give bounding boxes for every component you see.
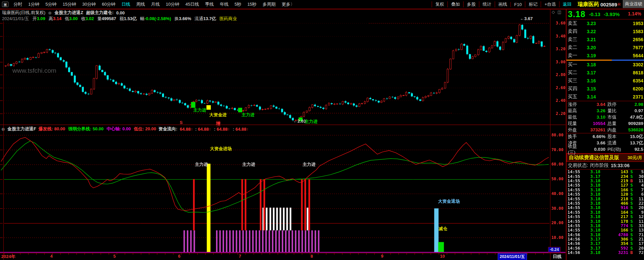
ask-row[interactable]: 卖五3.231953 (567, 19, 644, 27)
bid-ask-ratio-bar (567, 60, 644, 61)
trade-row[interactable]: 14:553.18217S12 (567, 214, 644, 219)
diamond-icon[interactable]: ◇ (552, 10, 555, 14)
menu-item-6[interactable]: 日线 (118, 1, 133, 7)
menu-item-9[interactable]: 10分钟 (163, 1, 182, 7)
period-indicator[interactable]: 日线 (553, 254, 561, 260)
chart-annotation: 大资金进 (209, 112, 227, 118)
indicator-chart[interactable] (0, 134, 566, 253)
subscribe-price: 30元/月 (628, 155, 642, 161)
menu-item-1[interactable]: 1分钟 (25, 1, 42, 7)
trade-row[interactable]: 14:563.184780S71 (567, 232, 644, 237)
indicator-title[interactable]: 金股主力进退F (7, 126, 36, 132)
tool-item-6[interactable]: 标记 (525, 1, 541, 7)
ask-row[interactable]: 卖四3.221583 (567, 27, 644, 36)
menu-item-5[interactable]: 60分钟 (99, 1, 118, 7)
trade-row[interactable]: 14:553.17234S30 (567, 174, 644, 178)
trade-row[interactable]: 14:553.18218S11 (567, 196, 644, 201)
main-price-chart[interactable] (0, 21, 566, 125)
tool-item-8[interactable]: 返回 (559, 1, 575, 7)
tool-item-0[interactable]: 复权 (432, 1, 447, 7)
flow-label: 资金流向: (159, 126, 177, 132)
bid-row[interactable]: 买一3.183302 (567, 61, 644, 69)
trade-row[interactable]: 14:553.18164S9 (567, 210, 644, 214)
tool-item-3[interactable]: 统计 (479, 1, 495, 7)
stat-label: 换手 (568, 134, 583, 140)
menu-item-4[interactable]: 30分钟 (79, 1, 99, 7)
menu-item-10[interactable]: 45日线 (182, 1, 202, 7)
menu-item-15[interactable]: 多周期 (260, 1, 279, 7)
tick-trade-list[interactable]: 14:553.18143S514:553.17234S3014:553.1821… (567, 170, 644, 255)
stats-block-1: 涨停3.64跌停2.98最高3.26量比0.97最低3.10市值47.8亿现量1… (567, 101, 644, 133)
menu-item-3[interactable]: 15分钟 (60, 1, 79, 7)
axis-tick (358, 253, 359, 255)
trade-row[interactable]: 14:563.17354S17 (567, 241, 644, 246)
trade-row[interactable]: 14:553.18466S22 (567, 201, 644, 205)
tool-item-5[interactable]: F10 (511, 2, 525, 7)
collapse-icon[interactable]: ⊗ (48, 10, 52, 15)
trade-row[interactable]: 14:563.17306S21 (567, 237, 644, 241)
watermark: www.tsfchi.com (12, 67, 56, 74)
trade-row[interactable]: 14:563.17592S20 (567, 246, 644, 250)
window-icon[interactable]: ▣ (2, 2, 8, 7)
sector-button[interactable]: 商业连锁 (623, 0, 644, 8)
tool-item-7[interactable]: +自选 (541, 1, 559, 7)
tool-item-2[interactable]: 多股 (463, 1, 479, 7)
quote-field-开: 开3.09 (33, 16, 45, 22)
axis-tick (44, 253, 45, 255)
tool-item-4[interactable]: 画线 (495, 1, 511, 7)
tool-item-1[interactable]: 叠加 (447, 1, 463, 7)
stat-label: 量比 (607, 108, 623, 114)
stat-label: 跌停 (607, 102, 623, 108)
axis-tick (197, 253, 198, 255)
axis-tick (527, 253, 528, 255)
menu-item-0[interactable]: 分时 (10, 1, 25, 7)
bid-row[interactable]: 买三3.166354 (567, 77, 644, 85)
axis-tick (479, 253, 479, 255)
stat-value: 909289 (623, 121, 643, 126)
menubar-stock-name: 瑞康医药 (578, 1, 599, 8)
trade-row[interactable]: 14:553.18166S7 (567, 188, 644, 192)
menu-item-12[interactable]: 年线 (217, 1, 231, 7)
axis-tick (262, 253, 262, 255)
subscribe-banner[interactable]: 自动续费通达信普及版 30元/月 (567, 153, 644, 162)
menu-item-13[interactable]: 5秒 (231, 1, 244, 7)
ask-row[interactable]: 卖二3.207677 (567, 44, 644, 52)
trade-row[interactable]: 14:553.18219B11 (567, 179, 644, 183)
bid-label: 买三 (568, 78, 581, 84)
axis-tick (4, 253, 4, 255)
indicator-name[interactable]: 金股主力进退Z (54, 10, 83, 16)
tool-menu: 复权叠加多股统计画线F10标记+自选返回 (432, 1, 575, 7)
stat-row: 涨停3.64跌停2.98 (567, 101, 644, 108)
menu-item-7[interactable]: 周线 (133, 1, 148, 7)
menu-item-2[interactable]: 5分钟 (43, 1, 60, 7)
stat-label: 涨停 (568, 102, 583, 108)
trade-row[interactable]: 14:563.183231B72 (567, 250, 644, 255)
menu-item-8[interactable]: 月线 (148, 1, 163, 7)
trade-row[interactable]: 14:553.18916S20 (567, 205, 644, 210)
indicator-param-0: 爆发线: 80.00 (39, 126, 65, 132)
margin-flag: R (618, 2, 621, 6)
trade-row[interactable]: 14:553.18774S33 (567, 223, 644, 228)
trade-row[interactable]: 14:553.18120S6 (567, 192, 644, 196)
quote-field-额: 额1.53亿 (119, 16, 137, 22)
bid-row[interactable]: 买四3.156200 (567, 85, 644, 93)
price-scale-label: 2.60 (551, 85, 566, 90)
ask-row[interactable]: 卖三3.212656 (567, 36, 644, 44)
ask-row[interactable]: 卖一3.195644 (567, 52, 644, 60)
bid-row[interactable]: 买五3.142371 (567, 93, 644, 101)
price-scale-label: 2.40 (551, 98, 566, 103)
quote-field-量: 量499587 (97, 16, 116, 22)
menu-item-16[interactable]: 更多〉 (279, 1, 298, 7)
bid-row[interactable]: 买二3.178618 (567, 69, 644, 77)
industry-link[interactable]: 医药商业 (219, 16, 237, 22)
trade-row[interactable]: 14:553.18166S13 (567, 228, 644, 232)
axis-tick (149, 253, 149, 255)
stat-value: 15.0亿 (623, 134, 643, 140)
trade-row[interactable]: 14:553.18143S5 (567, 170, 644, 174)
trade-row[interactable]: 14:553.18127S4 (567, 183, 644, 187)
axis-tick (423, 253, 423, 255)
menu-item-14[interactable]: 15秒 (244, 1, 259, 7)
trade-row[interactable]: 14:553.18178S11 (567, 219, 644, 223)
menu-item-11[interactable]: 季线 (202, 1, 217, 7)
layout-icon[interactable]: ◫ (557, 10, 561, 14)
